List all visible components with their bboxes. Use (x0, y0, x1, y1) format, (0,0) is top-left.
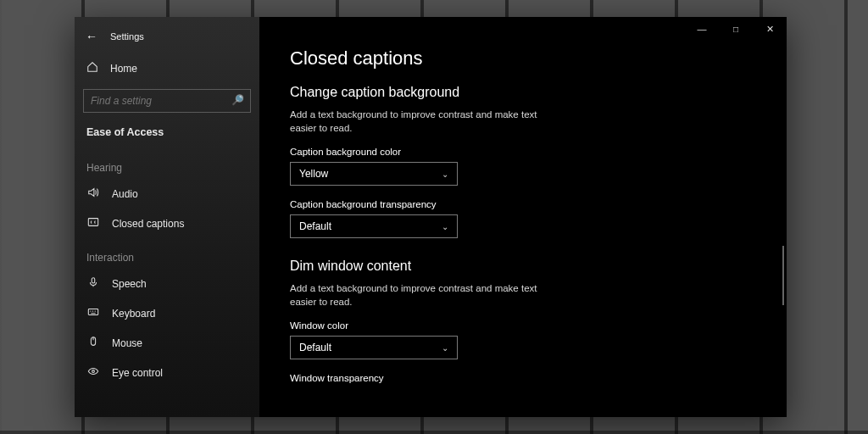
arrow-left-icon: ← (86, 30, 97, 43)
field-label: Caption background color (290, 147, 787, 157)
sidebar-item-home[interactable]: Home (75, 53, 259, 84)
caption-bg-color-dropdown[interactable]: Yellow ⌄ (290, 162, 458, 186)
close-button[interactable]: ✕ (753, 17, 787, 41)
search-input[interactable] (83, 89, 251, 113)
settings-window: ← Settings Home 🔍 Ease of Access Hearing… (75, 17, 787, 417)
back-button[interactable]: ← (80, 25, 103, 48)
dropdown-value: Default (299, 342, 331, 353)
maximize-icon: □ (733, 25, 738, 34)
close-icon: ✕ (766, 24, 774, 35)
sidebar-item-label: Speech (112, 278, 147, 290)
app-title: Settings (110, 31, 144, 42)
scrollbar[interactable] (782, 246, 784, 305)
group-label-interaction: Interaction (75, 238, 259, 269)
sidebar-item-keyboard[interactable]: Keyboard (75, 298, 259, 328)
titlebar-left: ← Settings (75, 27, 259, 46)
field-label: Window color (290, 320, 787, 331)
section-title: Dim window content (290, 259, 787, 274)
main-content: — □ ✕ Closed captions Change caption bac… (259, 17, 787, 417)
sidebar-item-speech[interactable]: Speech (75, 269, 259, 298)
speaker-icon (86, 186, 100, 201)
keyboard-icon (86, 306, 100, 320)
sidebar-item-label: Closed captions (112, 218, 184, 230)
maximize-button[interactable]: □ (719, 17, 753, 41)
section-description: Add a text background to improve contras… (290, 282, 561, 309)
page-title: Closed captions (290, 47, 787, 70)
window-color-dropdown[interactable]: Default ⌄ (290, 336, 458, 359)
mouse-icon (86, 336, 100, 350)
home-label: Home (110, 63, 137, 75)
category-label: Ease of Access (75, 121, 259, 148)
home-icon (86, 61, 98, 75)
field-label: Window transparency (290, 373, 787, 383)
sidebar-item-closed-captions[interactable]: Closed captions (75, 209, 259, 238)
chevron-down-icon: ⌄ (442, 222, 448, 231)
mic-icon (86, 276, 100, 291)
search-container: 🔍 (75, 84, 259, 121)
sidebar-item-audio[interactable]: Audio (75, 179, 259, 209)
sidebar-item-label: Mouse (112, 337, 142, 349)
svg-rect-2 (88, 309, 97, 315)
cc-icon (86, 216, 100, 231)
svg-rect-1 (92, 278, 95, 283)
sidebar-item-label: Audio (112, 188, 138, 200)
minimize-button[interactable]: — (685, 17, 719, 41)
chevron-down-icon: ⌄ (442, 343, 448, 353)
search-icon: 🔍 (231, 94, 244, 106)
group-label-hearing: Hearing (75, 148, 259, 179)
sidebar-item-eye-control[interactable]: Eye control (75, 358, 259, 387)
window-controls: — □ ✕ (685, 17, 787, 41)
sidebar-item-label: Eye control (112, 367, 163, 379)
dropdown-value: Yellow (299, 168, 328, 180)
dropdown-value: Default (299, 220, 331, 232)
sidebar-item-label: Keyboard (112, 308, 155, 320)
svg-rect-0 (88, 219, 97, 226)
section-title: Change caption background (290, 85, 787, 100)
svg-point-4 (92, 370, 95, 373)
sidebar-item-mouse[interactable]: Mouse (75, 328, 259, 358)
eye-icon (86, 365, 100, 380)
caption-bg-transparency-dropdown[interactable]: Default ⌄ (290, 214, 458, 238)
sidebar: ← Settings Home 🔍 Ease of Access Hearing… (75, 17, 259, 417)
section-description: Add a text background to improve contras… (290, 108, 561, 135)
field-label: Caption background transparency (290, 199, 787, 209)
minimize-icon: — (698, 24, 707, 34)
chevron-down-icon: ⌄ (442, 170, 448, 179)
